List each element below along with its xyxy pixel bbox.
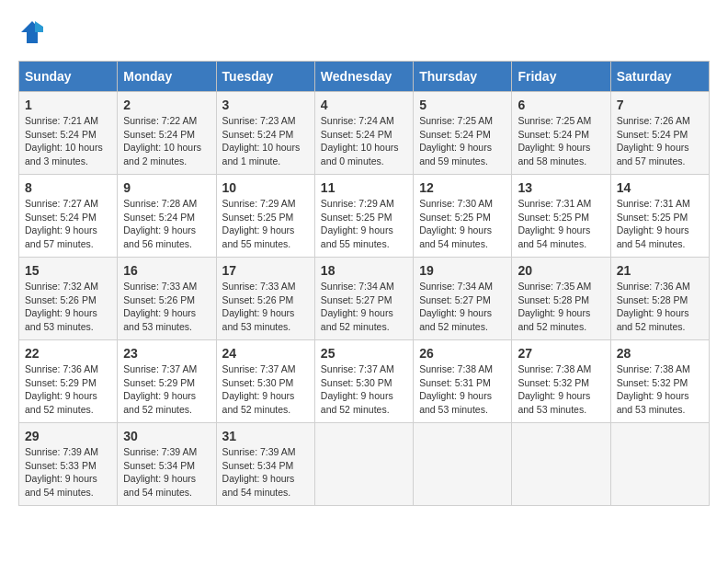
day-number: 8 (25, 180, 111, 195)
page-header (18, 18, 710, 46)
day-info: Sunrise: 7:21 AM Sunset: 5:24 PM Dayligh… (25, 114, 111, 168)
day-number: 31 (222, 429, 309, 443)
calendar-cell: 2 Sunrise: 7:22 AM Sunset: 5:24 PM Dayli… (118, 92, 216, 175)
calendar-cell: 5 Sunrise: 7:25 AM Sunset: 5:24 PM Dayli… (414, 92, 512, 175)
day-number: 29 (25, 429, 111, 443)
calendar-cell: 10 Sunrise: 7:29 AM Sunset: 5:25 PM Dayl… (216, 175, 314, 258)
day-number: 28 (617, 346, 703, 361)
calendar-cell: 8 Sunrise: 7:27 AM Sunset: 5:24 PM Dayli… (19, 175, 118, 258)
day-number: 26 (419, 346, 506, 361)
header-wednesday: Wednesday (314, 62, 413, 92)
calendar-cell: 25 Sunrise: 7:37 AM Sunset: 5:30 PM Dayl… (314, 340, 413, 423)
calendar-cell: 9 Sunrise: 7:28 AM Sunset: 5:24 PM Dayli… (118, 175, 216, 258)
calendar-cell: 13 Sunrise: 7:31 AM Sunset: 5:25 PM Dayl… (512, 175, 610, 258)
day-info: Sunrise: 7:38 AM Sunset: 5:32 PM Dayligh… (617, 362, 703, 417)
calendar-cell: 11 Sunrise: 7:29 AM Sunset: 5:25 PM Dayl… (314, 175, 413, 258)
day-info: Sunrise: 7:36 AM Sunset: 5:28 PM Dayligh… (617, 280, 703, 334)
header-monday: Monday (118, 62, 216, 92)
header-friday: Friday (512, 62, 610, 92)
calendar-cell: 12 Sunrise: 7:30 AM Sunset: 5:25 PM Dayl… (414, 175, 512, 258)
day-number: 20 (518, 263, 604, 278)
day-number: 6 (518, 98, 604, 112)
day-info: Sunrise: 7:25 AM Sunset: 5:24 PM Dayligh… (419, 114, 506, 168)
day-number: 16 (123, 263, 210, 278)
day-info: Sunrise: 7:38 AM Sunset: 5:32 PM Dayligh… (518, 362, 604, 417)
calendar-cell: 27 Sunrise: 7:38 AM Sunset: 5:32 PM Dayl… (512, 340, 610, 423)
header-saturday: Saturday (610, 62, 709, 92)
calendar-cell: 7 Sunrise: 7:26 AM Sunset: 5:24 PM Dayli… (610, 92, 709, 175)
svg-marker-1 (35, 21, 43, 32)
day-number: 5 (419, 98, 506, 112)
day-number: 12 (419, 180, 506, 195)
day-number: 23 (123, 346, 210, 361)
day-number: 18 (321, 263, 407, 278)
day-number: 11 (321, 180, 407, 195)
calendar-cell: 1 Sunrise: 7:21 AM Sunset: 5:24 PM Dayli… (19, 92, 118, 175)
day-number: 4 (321, 98, 407, 112)
day-info: Sunrise: 7:22 AM Sunset: 5:24 PM Dayligh… (123, 114, 210, 168)
day-info: Sunrise: 7:39 AM Sunset: 5:34 PM Dayligh… (222, 445, 309, 500)
day-info: Sunrise: 7:37 AM Sunset: 5:30 PM Dayligh… (222, 362, 309, 417)
calendar-header-row: SundayMondayTuesdayWednesdayThursdayFrid… (19, 62, 710, 92)
day-number: 22 (25, 346, 111, 361)
day-info: Sunrise: 7:26 AM Sunset: 5:24 PM Dayligh… (617, 114, 703, 168)
day-info: Sunrise: 7:37 AM Sunset: 5:29 PM Dayligh… (123, 362, 210, 417)
calendar-cell: 22 Sunrise: 7:36 AM Sunset: 5:29 PM Dayl… (19, 340, 118, 423)
calendar-week-1: 1 Sunrise: 7:21 AM Sunset: 5:24 PM Dayli… (19, 92, 710, 175)
calendar-cell: 6 Sunrise: 7:25 AM Sunset: 5:24 PM Dayli… (512, 92, 610, 175)
day-info: Sunrise: 7:34 AM Sunset: 5:27 PM Dayligh… (419, 280, 506, 334)
day-info: Sunrise: 7:36 AM Sunset: 5:29 PM Dayligh… (25, 362, 111, 417)
calendar-cell: 15 Sunrise: 7:32 AM Sunset: 5:26 PM Dayl… (19, 258, 118, 340)
day-number: 13 (518, 180, 604, 195)
calendar-cell: 28 Sunrise: 7:38 AM Sunset: 5:32 PM Dayl… (610, 340, 709, 423)
calendar-cell (414, 423, 512, 506)
day-number: 24 (222, 346, 309, 361)
calendar-cell: 19 Sunrise: 7:34 AM Sunset: 5:27 PM Dayl… (414, 258, 512, 340)
calendar-cell: 21 Sunrise: 7:36 AM Sunset: 5:28 PM Dayl… (610, 258, 709, 340)
day-number: 2 (123, 98, 210, 112)
calendar-cell: 3 Sunrise: 7:23 AM Sunset: 5:24 PM Dayli… (216, 92, 314, 175)
calendar-cell: 26 Sunrise: 7:38 AM Sunset: 5:31 PM Dayl… (414, 340, 512, 423)
calendar-week-5: 29 Sunrise: 7:39 AM Sunset: 5:33 PM Dayl… (19, 423, 710, 506)
day-number: 17 (222, 263, 309, 278)
day-info: Sunrise: 7:24 AM Sunset: 5:24 PM Dayligh… (321, 114, 407, 168)
calendar-cell: 20 Sunrise: 7:35 AM Sunset: 5:28 PM Dayl… (512, 258, 610, 340)
day-info: Sunrise: 7:33 AM Sunset: 5:26 PM Dayligh… (123, 280, 210, 334)
calendar-week-2: 8 Sunrise: 7:27 AM Sunset: 5:24 PM Dayli… (19, 175, 710, 258)
day-info: Sunrise: 7:39 AM Sunset: 5:33 PM Dayligh… (25, 445, 111, 500)
day-info: Sunrise: 7:39 AM Sunset: 5:34 PM Dayligh… (123, 445, 210, 500)
day-info: Sunrise: 7:32 AM Sunset: 5:26 PM Dayligh… (25, 280, 111, 334)
calendar-cell (512, 423, 610, 506)
day-info: Sunrise: 7:28 AM Sunset: 5:24 PM Dayligh… (123, 197, 210, 251)
day-number: 25 (321, 346, 407, 361)
day-info: Sunrise: 7:25 AM Sunset: 5:24 PM Dayligh… (518, 114, 604, 168)
day-info: Sunrise: 7:27 AM Sunset: 5:24 PM Dayligh… (25, 197, 111, 251)
calendar-cell: 24 Sunrise: 7:37 AM Sunset: 5:30 PM Dayl… (216, 340, 314, 423)
calendar-cell (314, 423, 413, 506)
day-info: Sunrise: 7:29 AM Sunset: 5:25 PM Dayligh… (321, 197, 407, 251)
day-number: 14 (617, 180, 703, 195)
header-sunday: Sunday (19, 62, 118, 92)
calendar-cell: 31 Sunrise: 7:39 AM Sunset: 5:34 PM Dayl… (216, 423, 314, 506)
day-number: 1 (25, 98, 111, 112)
calendar-cell: 18 Sunrise: 7:34 AM Sunset: 5:27 PM Dayl… (314, 258, 413, 340)
day-number: 30 (123, 429, 210, 443)
calendar-cell: 29 Sunrise: 7:39 AM Sunset: 5:33 PM Dayl… (19, 423, 118, 506)
day-info: Sunrise: 7:31 AM Sunset: 5:25 PM Dayligh… (617, 197, 703, 251)
day-number: 27 (518, 346, 604, 361)
day-number: 9 (123, 180, 210, 195)
day-number: 10 (222, 180, 309, 195)
day-info: Sunrise: 7:30 AM Sunset: 5:25 PM Dayligh… (419, 197, 506, 251)
calendar-cell (610, 423, 709, 506)
logo (18, 18, 50, 46)
day-info: Sunrise: 7:37 AM Sunset: 5:30 PM Dayligh… (321, 362, 407, 417)
day-info: Sunrise: 7:23 AM Sunset: 5:24 PM Dayligh… (222, 114, 309, 168)
day-info: Sunrise: 7:35 AM Sunset: 5:28 PM Dayligh… (518, 280, 604, 334)
calendar-week-3: 15 Sunrise: 7:32 AM Sunset: 5:26 PM Dayl… (19, 258, 710, 340)
calendar-week-4: 22 Sunrise: 7:36 AM Sunset: 5:29 PM Dayl… (19, 340, 710, 423)
calendar-cell: 23 Sunrise: 7:37 AM Sunset: 5:29 PM Dayl… (118, 340, 216, 423)
calendar-cell: 16 Sunrise: 7:33 AM Sunset: 5:26 PM Dayl… (118, 258, 216, 340)
calendar-cell: 17 Sunrise: 7:33 AM Sunset: 5:26 PM Dayl… (216, 258, 314, 340)
header-tuesday: Tuesday (216, 62, 314, 92)
logo-icon (18, 18, 46, 46)
